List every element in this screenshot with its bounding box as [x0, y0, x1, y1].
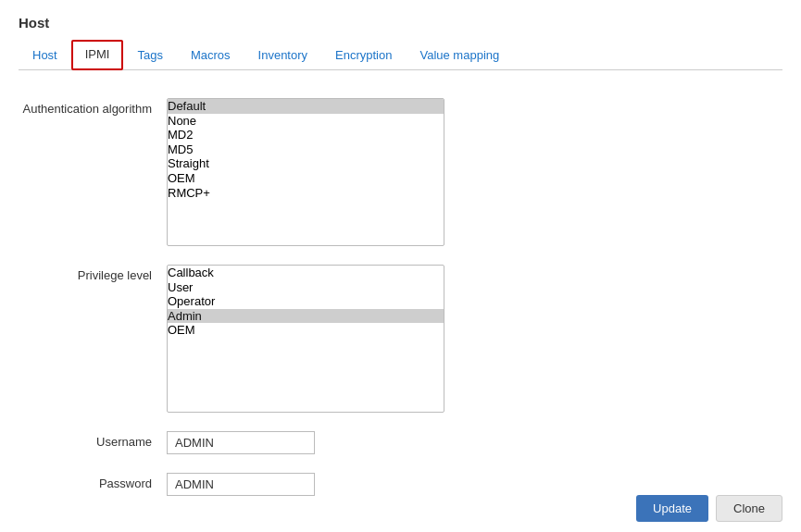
privilege-level-row: Privilege level Callback User Operator A… — [19, 265, 782, 413]
auth-option-straight[interactable]: Straight — [168, 156, 444, 171]
tab-tags[interactable]: Tags — [123, 40, 176, 70]
tab-value-mapping[interactable]: Value mapping — [406, 40, 513, 70]
privilege-level-container: Callback User Operator Admin OEM — [167, 265, 454, 413]
auth-algorithm-container: Default None MD2 MD5 Straight OEM RMCP+ — [167, 98, 454, 246]
update-button[interactable]: Update — [636, 495, 708, 522]
password-row: Password — [19, 473, 782, 496]
privilege-level-label: Privilege level — [19, 265, 167, 282]
footer-buttons: Update Clone — [636, 495, 782, 522]
tab-host[interactable]: Host — [19, 40, 71, 70]
username-label: Username — [19, 431, 167, 449]
auth-algorithm-label: Authentication algorithm — [19, 98, 167, 116]
priv-option-callback[interactable]: Callback — [168, 266, 444, 280]
tab-encryption[interactable]: Encryption — [321, 40, 406, 70]
auth-option-rmcp[interactable]: RMCP+ — [168, 186, 444, 201]
priv-option-user[interactable]: User — [168, 280, 444, 295]
auth-option-oem[interactable]: OEM — [168, 171, 444, 186]
auth-option-default[interactable]: Default — [168, 99, 444, 114]
tab-ipmi[interactable]: IPMI — [71, 40, 124, 70]
tab-macros[interactable]: Macros — [177, 40, 244, 70]
auth-option-none[interactable]: None — [168, 114, 444, 129]
ipmi-form: Authentication algorithm Default None MD… — [19, 89, 782, 524]
auth-algorithm-listbox[interactable]: Default None MD2 MD5 Straight OEM RMCP+ — [167, 98, 444, 246]
privilege-level-listbox[interactable]: Callback User Operator Admin OEM — [167, 265, 444, 413]
username-row: Username — [19, 431, 782, 454]
page-container: Host Host IPMI Tags Macros Inventory Enc… — [0, 0, 801, 532]
tabs-bar: Host IPMI Tags Macros Inventory Encrypti… — [19, 40, 782, 70]
password-input[interactable] — [167, 473, 315, 496]
tab-inventory[interactable]: Inventory — [244, 40, 321, 70]
username-input[interactable] — [167, 431, 315, 454]
priv-option-operator[interactable]: Operator — [168, 294, 444, 309]
auth-algorithm-row: Authentication algorithm Default None MD… — [19, 98, 782, 246]
clone-button[interactable]: Clone — [716, 495, 782, 522]
auth-option-md5[interactable]: MD5 — [168, 142, 444, 157]
password-label: Password — [19, 473, 167, 490]
priv-option-oem[interactable]: OEM — [168, 323, 444, 338]
priv-option-admin[interactable]: Admin — [168, 309, 444, 324]
page-title: Host — [19, 15, 782, 31]
auth-option-md2[interactable]: MD2 — [168, 128, 444, 142]
